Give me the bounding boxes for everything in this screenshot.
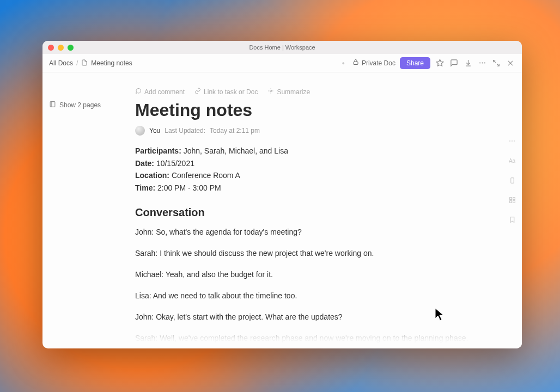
svg-line-5 (494, 60, 496, 62)
pages-icon (49, 101, 56, 109)
document-content[interactable]: Add comment Link to task or Doc (130, 72, 522, 348)
privacy-label: Private Doc (362, 59, 395, 67)
comment-bubble-icon (135, 88, 142, 96)
conversation-heading[interactable]: Conversation (135, 206, 473, 219)
desktop-background: Docs Home | Workspace All Docs / Meeting… (0, 0, 560, 392)
download-icon[interactable] (463, 58, 473, 68)
svg-rect-13 (509, 197, 512, 199)
star-icon[interactable] (435, 58, 445, 68)
add-comment-label: Add comment (144, 88, 185, 96)
time-value: 2:00 PM - 3:00 PM (157, 183, 221, 192)
svg-point-2 (479, 63, 480, 64)
avatar (135, 126, 145, 136)
comment-icon[interactable] (449, 58, 459, 68)
svg-rect-16 (513, 200, 515, 203)
conversation-line: Lisa: And we need to talk about the time… (135, 290, 473, 302)
conversation-line: John: So, what's the agenda for today's … (135, 226, 473, 238)
svg-point-11 (270, 90, 272, 91)
breadcrumb-current[interactable]: Meeting notes (91, 59, 132, 67)
date-value: 10/15/2021 (156, 159, 194, 168)
last-updated-label: Last Updated: (165, 127, 205, 134)
conversation-block[interactable]: John: So, what's the agenda for today's … (135, 226, 473, 348)
share-button[interactable]: Share (400, 57, 430, 69)
show-pages-toggle[interactable]: Show 2 pages (49, 101, 123, 109)
maximize-window-button[interactable] (68, 45, 74, 51)
document-actions: Add comment Link to task or Doc (135, 88, 473, 96)
close-window-button[interactable] (48, 45, 54, 51)
svg-rect-12 (510, 177, 513, 183)
add-comment-action[interactable]: Add comment (135, 88, 185, 96)
privacy-indicator[interactable]: Private Doc (352, 59, 395, 67)
last-updated-value: Today at 2:11 pm (210, 127, 260, 134)
sparkle-icon (267, 88, 274, 96)
rail-more-icon[interactable]: ⋯ (508, 137, 516, 145)
content-area: Add comment Link to task or Doc (130, 72, 522, 348)
svg-marker-1 (436, 59, 443, 66)
svg-point-4 (484, 63, 485, 64)
status-dot-icon: ● (342, 60, 345, 66)
link-task-label: Link to task or Doc (204, 88, 258, 96)
conversation-line: John: Okay, let's start with the project… (135, 311, 473, 323)
author-name: You (149, 127, 160, 134)
date-label: Date: (135, 159, 154, 168)
conversation-line: Sarah: Well, we've completed the researc… (135, 333, 473, 344)
link-icon (194, 88, 201, 96)
conversation-line: Michael: Yeah, and also the budget for i… (135, 269, 473, 280)
show-pages-label: Show 2 pages (59, 101, 101, 109)
sidebar: Show 2 pages (42, 72, 130, 348)
breadcrumb: All Docs / Meeting notes (49, 59, 132, 67)
rail-clip-icon[interactable] (508, 176, 516, 185)
window-title: Docs Home | Workspace (42, 44, 522, 51)
breadcrumb-root[interactable]: All Docs (49, 59, 73, 67)
titlebar: Docs Home | Workspace (42, 41, 522, 54)
svg-rect-14 (513, 197, 515, 199)
lock-icon (352, 59, 359, 67)
svg-rect-0 (354, 62, 358, 65)
rail-text-icon[interactable]: Aa (508, 156, 516, 165)
rail-grid-icon[interactable] (508, 195, 516, 204)
page-title[interactable]: Meeting notes (135, 100, 473, 120)
svg-line-6 (497, 64, 499, 66)
document-icon (81, 59, 88, 67)
window-controls (48, 45, 74, 51)
summarize-label: Summarize (277, 88, 310, 96)
svg-rect-15 (509, 200, 512, 203)
link-task-action[interactable]: Link to task or Doc (194, 88, 258, 96)
toolbar: All Docs / Meeting notes ● Private Doc S… (42, 54, 522, 72)
more-options-icon[interactable] (477, 58, 487, 68)
meeting-fields[interactable]: Participants: John, Sarah, Michael, and … (135, 145, 473, 194)
document-body: Show 2 pages Add comment (42, 72, 522, 348)
right-rail: ⋯ Aa (502, 91, 522, 348)
collapse-icon[interactable] (491, 58, 501, 68)
summarize-action[interactable]: Summarize (267, 88, 310, 96)
location-value: Conference Room A (172, 171, 240, 180)
location-label: Location: (135, 171, 169, 180)
breadcrumb-separator: / (76, 59, 78, 67)
svg-point-3 (482, 63, 483, 64)
minimize-window-button[interactable] (58, 45, 64, 51)
participants-value: John, Sarah, Michael, and Lisa (184, 146, 288, 155)
close-icon[interactable] (506, 58, 515, 68)
participants-label: Participants: (135, 146, 181, 155)
conversation-line: Sarah: I think we should discuss the new… (135, 248, 473, 259)
time-label: Time: (135, 183, 155, 192)
app-window: Docs Home | Workspace All Docs / Meeting… (42, 41, 522, 348)
rail-bookmark-icon[interactable] (508, 215, 516, 224)
document-meta: You Last Updated: Today at 2:11 pm (135, 126, 473, 136)
svg-rect-9 (50, 102, 55, 107)
